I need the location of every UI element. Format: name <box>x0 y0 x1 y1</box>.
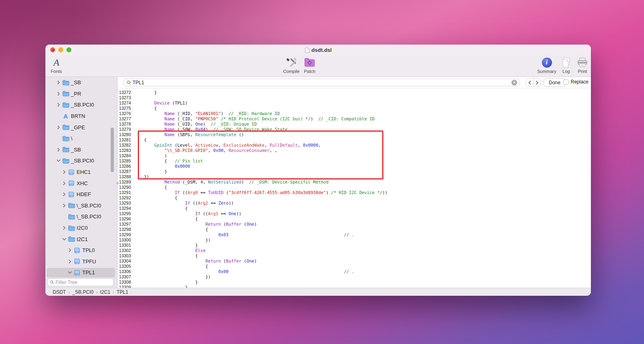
sidebar-item-hdef[interactable]: HDEF <box>45 189 117 200</box>
breadcrumb-item[interactable]: DSDT <box>53 289 66 295</box>
patch-button[interactable]: Patch <box>301 56 318 74</box>
sidebar-item-label: TPL0 <box>82 247 95 253</box>
minimize-button[interactable] <box>58 47 63 52</box>
disclosure-triangle[interactable] <box>67 259 73 264</box>
disclosure-triangle[interactable] <box>56 147 61 152</box>
disclosure-triangle[interactable] <box>62 203 67 208</box>
folder-icon <box>62 102 69 108</box>
code-line: 13276 Name (_HID, "ELAN1001") // _HID: H… <box>118 111 591 116</box>
filter-tree-field[interactable] <box>47 278 113 286</box>
sidebar-item-brtn[interactable]: ABRTN <box>45 111 117 122</box>
sidebar-item-sbpci0[interactable]: \_SB.PCI0 <box>45 211 117 222</box>
line-number: 13308 <box>118 280 134 285</box>
replace-checkbox[interactable] <box>563 79 569 85</box>
line-number: 13287 <box>118 169 134 174</box>
breadcrumb-item[interactable]: TPL1 <box>117 289 128 295</box>
sidebar-item-label: I2C1 <box>77 236 88 242</box>
disclosure-triangle[interactable] <box>62 237 67 242</box>
log-button[interactable]: Log <box>558 56 574 74</box>
breadcrumb-item[interactable]: I2C1 <box>100 289 110 295</box>
sidebar-item-i2c0[interactable]: I2C0 <box>45 222 117 234</box>
splitter-handle[interactable] <box>116 182 119 184</box>
line-number: 13279 <box>118 127 134 132</box>
sidebar-item-gpe[interactable]: _GPE <box>45 122 117 133</box>
edited-dot-icon <box>52 49 54 51</box>
sidebar-item-label: _GPE <box>71 124 85 130</box>
sidebar-item-label: _PR <box>71 91 81 97</box>
breadcrumb: DSDT›_SB.PCI0›I2C1›TPL1 <box>53 289 128 295</box>
find-previous-button[interactable] <box>526 79 534 86</box>
sidebar-item-label: \_SB.PCI0 <box>77 203 101 209</box>
sidebar-item-sb[interactable]: _SB <box>45 77 117 88</box>
sidebar-item-tpl1[interactable]: TPL1 <box>45 267 117 278</box>
tree: _SB_PR_SB.PCI0ABRTN_GPE\_SB_SB.PCI0EHC1X… <box>45 77 117 278</box>
fonts-button[interactable]: A Fonts <box>47 56 66 74</box>
line-number: 13288 <box>118 174 134 179</box>
code-line: 13295 If ((Arg1 == One)) <box>118 211 591 216</box>
code-line: 13309 } <box>118 285 591 288</box>
sidebar-item-sbpci0[interactable]: \_SB.PCI0 <box>45 200 117 212</box>
line-number: 13306 <box>118 269 134 274</box>
compile-tools-icon <box>285 56 297 68</box>
search-input[interactable] <box>133 80 510 85</box>
print-button[interactable]: Print <box>573 56 591 74</box>
disclosure-triangle[interactable] <box>56 91 61 96</box>
zoom-button[interactable] <box>66 47 71 52</box>
line-number: 13280 <box>118 132 134 137</box>
code-line: 13304 Return (Buffer (One) <box>118 259 591 264</box>
disclosure-triangle[interactable] <box>62 225 67 231</box>
code-editor[interactable]: 13272 }1327313274 Device (TPL1)13275 {13… <box>118 88 591 288</box>
disclosure-triangle[interactable] <box>56 125 61 130</box>
code-line: 13291 If ((Arg0 == ToUUID ("3cdff6f7-426… <box>118 190 591 195</box>
sidebar-item-label: \_SB.PCI0 <box>77 214 101 220</box>
disclosure-triangle[interactable] <box>56 102 61 107</box>
filter-tree-input[interactable] <box>56 280 111 285</box>
code-line: 13292 { <box>118 195 591 201</box>
sidebar-item-tpl0[interactable]: TPL0 <box>45 245 117 256</box>
sidebar-item-sbpci0[interactable]: _SB.PCI0 <box>45 155 117 167</box>
sidebar-item-sb[interactable]: _SB <box>45 144 117 156</box>
compile-button[interactable]: Compile <box>281 56 302 74</box>
disclosure-triangle[interactable] <box>67 248 73 253</box>
search-field[interactable]: ✕ <box>124 79 520 86</box>
disclosure-triangle <box>56 113 61 119</box>
code-line: 13303 { <box>118 253 591 259</box>
sidebar-item-tpfu[interactable]: TPFU <box>45 256 117 267</box>
sidebar-scrollbar[interactable] <box>111 128 114 172</box>
disclosure-triangle[interactable] <box>62 181 67 186</box>
sidebar-item-pr[interactable]: _PR <box>45 88 117 100</box>
search-icon <box>50 280 54 284</box>
clear-search-icon[interactable]: ✕ <box>511 80 517 85</box>
disclosure-triangle[interactable] <box>67 270 73 275</box>
sidebar-item-root[interactable]: \ <box>45 133 117 144</box>
code-line: 13306 0x00 // . <box>118 269 591 274</box>
device-icon <box>68 191 75 198</box>
line-number: 13276 <box>118 111 134 116</box>
sidebar-item-label: _SB.PCI0 <box>71 102 94 108</box>
line-number: 13292 <box>118 195 134 201</box>
close-button[interactable] <box>50 47 55 52</box>
disclosure-triangle[interactable] <box>56 158 61 163</box>
title-bar: dsdt.dsl <box>45 45 591 56</box>
disclosure-triangle[interactable] <box>62 169 67 175</box>
done-button[interactable]: Done <box>543 78 566 87</box>
sidebar-item-i2c1[interactable]: I2C1 <box>45 233 117 245</box>
find-bar: ✕ Done Replace <box>118 77 591 88</box>
sidebar-item-xhc[interactable]: XHC <box>45 177 117 189</box>
sidebar-item-ehc1[interactable]: EHC1 <box>45 167 117 178</box>
summary-button[interactable]: i Summary <box>535 56 558 74</box>
find-next-button[interactable] <box>534 79 541 86</box>
breadcrumb-item[interactable]: _SB.PCI0 <box>72 289 94 295</box>
disclosure-triangle <box>62 214 67 219</box>
device-icon <box>68 169 75 175</box>
disclosure-triangle[interactable] <box>62 192 67 197</box>
disclosure-triangle[interactable] <box>56 80 61 85</box>
code-line: 13272 } <box>118 90 591 95</box>
line-number: 13278 <box>118 122 134 127</box>
code-line: 13297 Return (Buffer (One) <box>118 222 591 227</box>
search-icon <box>126 80 131 85</box>
printer-icon <box>577 56 588 68</box>
sidebar-item-sbpci0[interactable]: _SB.PCI0 <box>45 99 117 111</box>
breadcrumb-separator: › <box>96 290 98 295</box>
sidebar-item-label: BRTN <box>71 113 85 119</box>
